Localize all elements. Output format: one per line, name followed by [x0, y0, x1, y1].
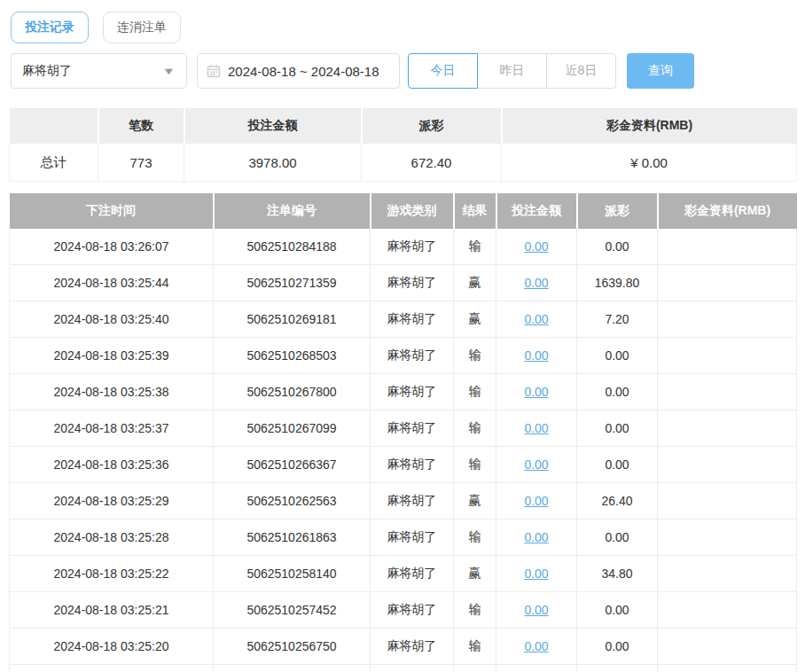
bet-amount-link[interactable]: 0.00 — [524, 494, 548, 508]
bet-amount-link[interactable]: 0.00 — [524, 385, 548, 399]
summary-total-bonus: ¥ 0.00 — [502, 144, 797, 182]
order-number-cell: 5062510267800 — [214, 374, 371, 410]
bet-amount-link[interactable]: 0.00 — [524, 312, 548, 326]
tab-cancelled-orders[interactable]: 连消注单 — [103, 12, 181, 43]
payout-cell: 34.80 — [577, 556, 658, 592]
quick-range-group: 今日 昨日 近8日 — [408, 53, 616, 89]
game-category-cell: 麻将胡了 — [371, 665, 454, 672]
summary-total-payout: 672.40 — [362, 144, 502, 182]
date-range-input[interactable]: 2024-08-18 ~ 2024-08-18 — [197, 53, 400, 89]
header-bet-amount: 投注金额 — [496, 193, 577, 229]
result-cell: 输 — [454, 229, 496, 265]
bet-time-cell: 2024-08-18 03:25:28 — [10, 520, 214, 556]
payout-cell: 1639.80 — [577, 265, 658, 301]
game-category-cell: 麻将胡了 — [371, 265, 454, 301]
order-number-cell: 5062510267099 — [214, 410, 371, 447]
table-row: 2024-08-18 03:25:39 5062510268503 麻将胡了 输… — [10, 338, 797, 374]
result-cell: 赢 — [454, 483, 496, 520]
order-number-cell: 5062510266367 — [214, 447, 371, 483]
bet-amount-cell: 0.00 — [496, 520, 577, 556]
payout-cell: 0.00 — [577, 447, 658, 483]
bet-time-cell: 2024-08-18 03:25:44 — [10, 265, 214, 301]
result-cell: 输 — [454, 447, 496, 483]
bet-time-cell: 2024-08-18 03:26:07 — [10, 229, 214, 265]
table-row: 2024-08-18 03:25:38 5062510267800 麻将胡了 输… — [10, 374, 797, 410]
summary-table: 笔数 投注金额 派彩 彩金资料(RMB) 总计 773 3978.00 672.… — [9, 108, 797, 182]
calendar-icon — [207, 64, 221, 78]
summary-total-bet: 3978.00 — [184, 144, 362, 182]
game-category-cell: 麻将胡了 — [371, 629, 454, 665]
bet-time-cell: 2024-08-18 03:25:38 — [10, 374, 214, 410]
game-category-cell: 麻将胡了 — [371, 338, 454, 374]
header-game-category: 游戏类别 — [371, 193, 454, 229]
bet-amount-link[interactable]: 0.00 — [524, 530, 548, 544]
bet-amount-link[interactable]: 0.00 — [524, 603, 548, 617]
result-cell: 赢 — [454, 301, 496, 338]
bet-amount-cell: 0.00 — [496, 374, 577, 410]
order-number-cell: 5062510269181 — [214, 301, 371, 338]
summary-total-label: 总计 — [10, 144, 98, 182]
filter-toolbar: 麻将胡了 ▼ 2024-08-18 ~ 2024-08-18 今日 昨日 近8日… — [9, 53, 796, 89]
bet-time-cell: 2024-08-18 03:25:39 — [10, 338, 214, 374]
bet-amount-cell: 0.00 — [496, 338, 577, 374]
payout-cell: 0.00 — [577, 374, 658, 410]
bet-amount-link[interactable]: 0.00 — [524, 457, 548, 472]
header-result: 结果 — [454, 193, 496, 229]
game-category-cell: 麻将胡了 — [371, 483, 454, 520]
bonus-cell — [658, 301, 797, 338]
tab-betting-records[interactable]: 投注记录 — [11, 12, 89, 43]
game-category-cell: 麻将胡了 — [371, 520, 454, 556]
payout-cell: 0.00 — [577, 629, 658, 665]
payout-cell: -6.00 — [577, 665, 658, 672]
result-cell: 输 — [454, 410, 496, 447]
bet-time-cell: 2024-08-18 03:25:36 — [10, 447, 214, 483]
bet-amount-link[interactable]: 0.00 — [524, 567, 548, 581]
bet-amount-link[interactable]: 0.00 — [524, 421, 548, 435]
bet-amount-cell: 0.00 — [496, 483, 577, 520]
bet-amount-link[interactable]: 0.00 — [524, 276, 548, 290]
table-row: 2024-08-18 03:25:29 5062510262563 麻将胡了 赢… — [10, 483, 797, 520]
bet-amount-link[interactable]: 0.00 — [524, 639, 548, 653]
bet-amount-cell: 0.00 — [496, 447, 577, 483]
bet-amount-cell: 0.00 — [496, 629, 577, 665]
date-range-value: 2024-08-18 ~ 2024-08-18 — [228, 64, 379, 79]
summary-header-count: 笔数 — [98, 108, 184, 144]
bet-amount-cell: 0.00 — [496, 592, 577, 629]
summary-header-empty — [10, 108, 98, 144]
table-row: 2024-08-18 03:25:21 5062510257452 麻将胡了 输… — [10, 592, 797, 629]
game-category-cell: 麻将胡了 — [371, 410, 454, 447]
bonus-cell — [658, 338, 797, 374]
bet-amount-cell: 0.00 — [496, 556, 577, 592]
summary-header-row: 笔数 投注金额 派彩 彩金资料(RMB) — [10, 108, 797, 144]
range-last8days-button[interactable]: 近8日 — [546, 53, 616, 89]
bonus-cell — [658, 483, 797, 520]
order-number-cell: 5062510262563 — [214, 483, 371, 520]
result-cell: 输 — [454, 665, 496, 672]
order-number-cell: 5062510261863 — [214, 520, 371, 556]
table-row: 2024-08-18 03:25:44 5062510271359 麻将胡了 赢… — [10, 265, 797, 301]
game-select[interactable]: 麻将胡了 ▼ — [11, 53, 187, 89]
records-table-body: 2024-08-18 03:26:07 5062510284188 麻将胡了 输… — [10, 229, 797, 672]
bonus-cell — [658, 520, 797, 556]
order-number-cell: 5062510268503 — [214, 338, 371, 374]
order-number-cell: 5062510258140 — [214, 556, 371, 592]
bet-amount-link[interactable]: 0.00 — [524, 348, 548, 363]
order-number-cell: 5062510244113 — [214, 665, 371, 672]
result-cell: 输 — [454, 338, 496, 374]
bet-time-cell: 2024-08-18 03:25:20 — [10, 629, 214, 665]
result-cell: 输 — [454, 520, 496, 556]
result-cell: 赢 — [454, 556, 496, 592]
betting-records-page: 投注记录 连消注单 麻将胡了 ▼ 2024-08-18 ~ 2024-08-18 — [0, 0, 805, 672]
search-button[interactable]: 查询 — [627, 53, 694, 89]
bet-time-cell: 2024-08-18 03:25:37 — [10, 410, 214, 447]
bet-amount-cell: 0.00 — [496, 229, 577, 265]
range-yesterday-button[interactable]: 昨日 — [477, 53, 547, 89]
payout-cell: 0.00 — [577, 229, 658, 265]
game-category-cell: 麻将胡了 — [371, 229, 454, 265]
game-category-cell: 麻将胡了 — [371, 301, 454, 338]
range-today-button[interactable]: 今日 — [408, 53, 478, 89]
summary-total-count: 773 — [98, 144, 184, 182]
game-category-cell: 麻将胡了 — [371, 447, 454, 483]
bonus-cell — [658, 374, 797, 410]
bet-amount-link[interactable]: 0.00 — [524, 239, 548, 254]
